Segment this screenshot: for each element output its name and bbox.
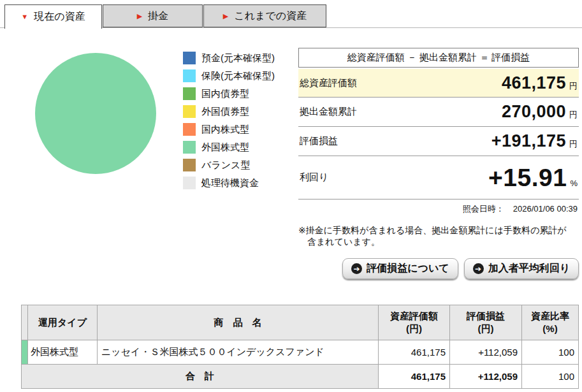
table-total-row: 合 計 461,175 +112,059 100 [22, 365, 579, 389]
tab-label: これまでの資産 [234, 10, 307, 23]
inquiry-value: 2026/01/06 00:39 [513, 204, 578, 214]
legend-item: バランス型 [183, 156, 275, 174]
fee-note-line1: ※掛金に手数料が含まれる場合、拠出金額累計には手数料の累計が [298, 224, 579, 236]
legend-item: 外国株式型 [183, 138, 275, 156]
legend-swatch [183, 105, 196, 118]
legend-label: 保険(元本確保型) [201, 70, 275, 82]
yield-value: +15.91 [488, 164, 567, 192]
legend-label: 国内株式型 [201, 124, 249, 136]
legend-label: バランス型 [201, 159, 250, 171]
total-asset-value-cell: 461,175 [379, 365, 450, 389]
legend-label: 処理待機資金 [201, 177, 259, 189]
average-yield-button[interactable]: ➔ 加入者平均利回り [464, 258, 579, 279]
contribution-total-row: 拠出金額累計 270,000 円 [298, 98, 579, 127]
legend-item: 保険(元本確保型) [183, 67, 275, 85]
panel-buttons: ➔ 評価損益について ➔ 加入者平均利回り [298, 258, 579, 279]
pie-legend: 預金(元本確保型) 保険(元本確保型) 国内債券型 外国債券型 国内株式型 外国… [183, 49, 275, 192]
arrow-right-circle-icon: ➔ [351, 263, 362, 274]
legend-swatch [183, 177, 196, 189]
gain-loss-info-button-label: 評価損益について [367, 262, 449, 275]
legend-item: 外国債券型 [183, 103, 275, 120]
cell-gain-loss: +112,059 [450, 340, 522, 365]
tab-label: 掛金 [148, 10, 168, 23]
legend-item: 処理待機資金 [183, 174, 275, 192]
yield-label: 利回り [300, 171, 328, 184]
yield-row: 利回り +15.91 % [298, 156, 579, 200]
yen-unit: 円 [569, 138, 578, 150]
legend-label: 預金(元本確保型) [201, 52, 275, 64]
legend-item: 国内株式型 [183, 120, 275, 138]
color-strip-header [22, 305, 28, 340]
legend-label: 外国株式型 [201, 142, 249, 154]
gain-loss-label: 評価損益 [300, 135, 338, 147]
legend-item: 国内債券型 [183, 85, 275, 103]
cell-asset-ratio: 100 [522, 340, 579, 365]
legend-swatch [183, 141, 196, 154]
header-gain-loss: 評価損益 (円) [450, 305, 522, 340]
legend-swatch [183, 159, 196, 171]
valuation-formula: 総資産評価額 － 拠出金額累計 ＝ 評価損益 [298, 48, 579, 68]
legend-label: 国内債券型 [201, 88, 249, 100]
tab-bar: ▼ 現在の資産 ▶ 掛金 ▶ これまでの資産 [0, 4, 582, 28]
gain-loss-info-button[interactable]: ➔ 評価損益について [342, 258, 458, 279]
tab-asset-history[interactable]: ▶ これまでの資産 [203, 4, 326, 27]
triangle-right-icon: ▶ [137, 13, 142, 20]
inquiry-label: 照会日時： [463, 204, 504, 214]
legend-swatch [183, 123, 196, 136]
fee-note: ※掛金に手数料が含まれる場合、拠出金額累計には手数料の累計が 含まれています。 [298, 224, 579, 247]
average-yield-button-label: 加入者平均利回り [488, 262, 570, 275]
cell-product-name: ニッセイ・Ｓ米国株式５００インデックスファンド [98, 340, 379, 365]
legend-label: 外国債券型 [201, 106, 249, 118]
legend-swatch [183, 69, 196, 82]
contribution-total-value: 270,000 [502, 102, 566, 122]
arrow-right-circle-icon: ➔ [473, 263, 484, 274]
yen-unit: 円 [569, 80, 578, 92]
total-label: 合 計 [22, 365, 379, 389]
gain-loss-row: 評価損益 +191,175 円 [298, 127, 579, 156]
triangle-right-icon: ▶ [223, 13, 228, 20]
header-product-name: 商 品 名 [98, 305, 379, 340]
percent-unit: % [570, 178, 578, 188]
holdings-table: 運用タイプ 商 品 名 資産評価額 (円) 評価損益 (円) 資産比率 (%) … [21, 305, 579, 389]
inquiry-datetime: 照会日時：2026/01/06 00:39 [298, 203, 579, 215]
cell-fund-type: 外国株式型 [28, 340, 98, 365]
total-gain-loss-cell: +112,059 [450, 365, 522, 389]
total-asset-value-label: 総資産評価額 [300, 77, 357, 89]
triangle-down-icon: ▼ [21, 13, 28, 20]
table-row: 外国株式型 ニッセイ・Ｓ米国株式５００インデックスファンド 461,175 +1… [22, 340, 579, 365]
tab-current-assets[interactable]: ▼ 現在の資産 [4, 4, 102, 29]
legend-swatch [183, 52, 196, 64]
total-asset-value: 461,175 [502, 73, 566, 93]
total-asset-value-row: 総資産評価額 461,175 円 [298, 69, 579, 98]
fund-type-color-strip [22, 340, 28, 365]
table-header-row: 運用タイプ 商 品 名 資産評価額 (円) 評価損益 (円) 資産比率 (%) [22, 305, 579, 340]
tab-contributions[interactable]: ▶ 掛金 [103, 4, 203, 27]
legend-item: 預金(元本確保型) [183, 49, 275, 67]
header-asset-ratio: 資産比率 (%) [522, 305, 579, 340]
tab-label: 現在の資産 [34, 10, 85, 24]
yen-unit: 円 [569, 109, 578, 120]
legend-swatch [183, 87, 196, 100]
fee-note-line2: 含まれています。 [298, 236, 579, 247]
header-fund-type: 運用タイプ [28, 305, 98, 340]
gain-loss-value: +191,175 [491, 131, 566, 151]
cell-asset-value: 461,175 [379, 340, 450, 365]
contribution-total-label: 拠出金額累計 [300, 106, 357, 118]
header-asset-value: 資産評価額 (円) [379, 305, 450, 340]
total-asset-ratio-cell: 100 [522, 365, 579, 389]
asset-summary-panel: 総資産評価額 － 拠出金額累計 ＝ 評価損益 総資産評価額 461,175 円 … [298, 48, 579, 279]
asset-allocation-pie-chart [35, 53, 156, 174]
